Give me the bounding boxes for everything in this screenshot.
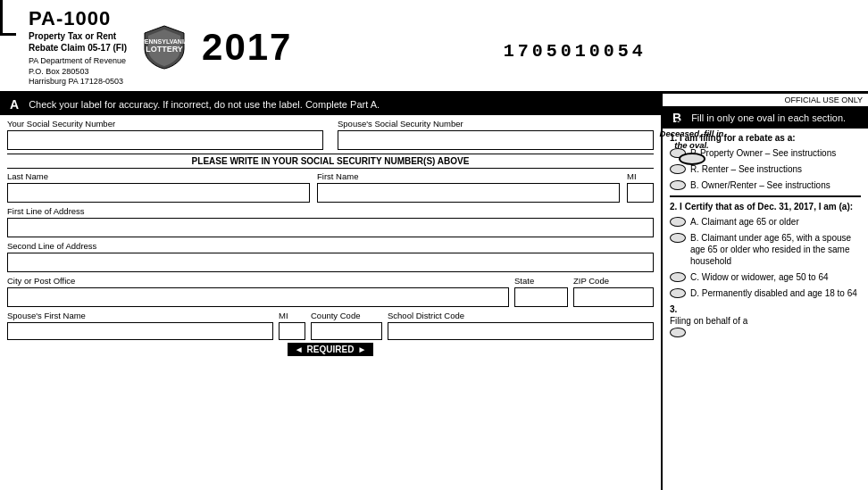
- mi-field: MI: [627, 171, 654, 203]
- city-field: City or Post Office: [7, 276, 509, 307]
- zip-field: ZIP Code: [573, 276, 654, 307]
- page: PA-1000 Property Tax or Rent Rebate Clai…: [0, 0, 868, 490]
- address2-label: Second Line of Address: [7, 241, 654, 251]
- zip-input[interactable]: [573, 287, 654, 307]
- ssn-wrapper: Your Social Security Number Spouse's Soc…: [7, 119, 654, 150]
- section-a-header: A Check your label for accuracy. If inco…: [0, 94, 661, 115]
- option-b-text: B. Owner/Renter – See instructions: [690, 179, 830, 191]
- bottom-row: Spouse's First Name MI County Code: [7, 311, 654, 340]
- city-input[interactable]: [7, 287, 509, 307]
- option-2c-text: C. Widow or widower, age 50 to 64: [690, 271, 829, 283]
- option-2a[interactable]: A. Claimant age 65 or older: [670, 216, 861, 228]
- first-name-input[interactable]: [317, 183, 620, 203]
- option-b[interactable]: B. Owner/Renter – See instructions: [670, 179, 861, 191]
- option-2c[interactable]: C. Widow or widower, age 50 to 64: [670, 271, 861, 283]
- oval-2b[interactable]: [670, 233, 686, 243]
- address1-input[interactable]: [7, 218, 654, 237]
- deceased-oval[interactable]: [679, 153, 705, 165]
- section-a: A Check your label for accuracy. If inco…: [0, 94, 663, 490]
- last-name-label: Last Name: [7, 171, 310, 181]
- zip-label: ZIP Code: [573, 276, 654, 286]
- address2-input[interactable]: [7, 253, 654, 272]
- school-district-input[interactable]: [388, 322, 654, 340]
- header-left: PA-1000 Property Tax or Rent Rebate Clai…: [29, 7, 127, 87]
- spouse-first-input[interactable]: [7, 322, 273, 340]
- option-2a-text: A. Claimant age 65 or older: [690, 216, 799, 228]
- spouse-first-label: Spouse's First Name: [7, 311, 273, 320]
- oval-2d[interactable]: [670, 288, 686, 298]
- last-name-input[interactable]: [7, 183, 310, 203]
- section-a-body: Your Social Security Number Spouse's Soc…: [0, 115, 661, 490]
- school-district-label: School District Code: [388, 311, 654, 320]
- corner-mark: [0, 0, 16, 36]
- required-badge: ◄ REQUIRED ►: [288, 343, 374, 356]
- option-2d-text: D. Permanently disabled and age 18 to 64: [690, 287, 857, 299]
- address2-field: Second Line of Address: [7, 241, 654, 272]
- spouse-mi-field: MI: [279, 311, 305, 340]
- spouse-ssn-field: Spouse's Social Security Number If Spous…: [338, 119, 654, 150]
- barcode-number: 1705010054: [292, 34, 857, 62]
- mi-label: MI: [627, 171, 654, 181]
- svg-text:LOTTERY: LOTTERY: [146, 45, 183, 54]
- question-2: 2. I Certify that as of Dec. 31, 2017, I…: [670, 201, 861, 212]
- city-state-row: City or Post Office State ZIP Code: [7, 276, 654, 307]
- first-name-label: First Name: [317, 171, 620, 181]
- first-name-field: First Name: [317, 171, 620, 203]
- address1-label: First Line of Address: [7, 206, 654, 216]
- county-input[interactable]: [311, 322, 382, 340]
- county-field: County Code: [311, 311, 382, 340]
- last-name-field: Last Name: [7, 171, 310, 203]
- year-display: 2017: [202, 26, 292, 69]
- ssn-row: Your Social Security Number Spouse's Soc…: [7, 119, 654, 150]
- name-row: Last Name First Name MI: [7, 171, 654, 203]
- spouse-mi-label: MI: [279, 311, 305, 320]
- option-2d[interactable]: D. Permanently disabled and age 18 to 64: [670, 287, 861, 299]
- oval-b[interactable]: [670, 180, 686, 190]
- oval-2a[interactable]: [670, 217, 686, 227]
- mi-input[interactable]: [627, 183, 654, 203]
- state-input[interactable]: [514, 287, 568, 307]
- form-dept: PA Department of Revenue P.O. Box 280503…: [29, 56, 127, 87]
- ssn-notice: PLEASE WRITE IN YOUR SOCIAL SECURITY NUM…: [7, 154, 654, 169]
- section-divider: [670, 195, 861, 197]
- address1-field: First Line of Address: [7, 206, 654, 237]
- oval-2c[interactable]: [670, 272, 686, 282]
- city-label: City or Post Office: [7, 276, 509, 286]
- school-district-field: School District Code: [388, 311, 654, 340]
- svg-text:PENNSYLVANIA: PENNSYLVANIA: [143, 38, 186, 45]
- your-ssn-label: Your Social Security Number: [7, 119, 323, 129]
- form-subtitle: Property Tax or Rent Rebate Claim 05-17 …: [29, 30, 127, 54]
- lottery-shield-icon: PENNSYLVANIA LOTTERY: [143, 24, 186, 71]
- form-header: PA-1000 Property Tax or Rent Rebate Clai…: [0, 0, 868, 94]
- spouse-ssn-input[interactable]: [338, 130, 654, 150]
- form-title: PA-1000: [29, 7, 127, 30]
- option-3-bottom: [670, 327, 861, 337]
- filing-text: Filing on behalf of a: [670, 315, 861, 327]
- county-label: County Code: [311, 311, 382, 320]
- section-a-label: A: [5, 96, 23, 112]
- spouse-deceased-label: If Spouse is Deceased, fill in the oval.: [658, 118, 725, 167]
- state-label: State: [514, 276, 568, 286]
- oval-3[interactable]: [670, 328, 686, 337]
- spouse-first-field: Spouse's First Name: [7, 311, 273, 340]
- main-content: A Check your label for accuracy. If inco…: [0, 94, 868, 490]
- lottery-logo: PENNSYLVANIA LOTTERY: [143, 24, 186, 71]
- your-ssn-field: Your Social Security Number: [7, 119, 323, 150]
- state-field: State: [514, 276, 568, 307]
- question-3-label: 3.: [670, 303, 861, 315]
- official-use-only: OFFICIAL USE ONLY: [663, 94, 868, 107]
- option-2b[interactable]: B. Claimant under age 65, with a spouse …: [670, 232, 861, 267]
- spouse-mi-input[interactable]: [279, 322, 305, 340]
- required-area: ◄ REQUIRED ►: [7, 343, 654, 356]
- option-2b-text: B. Claimant under age 65, with a spouse …: [690, 232, 861, 267]
- your-ssn-input[interactable]: [7, 130, 323, 150]
- spouse-ssn-label: Spouse's Social Security Number: [338, 119, 654, 129]
